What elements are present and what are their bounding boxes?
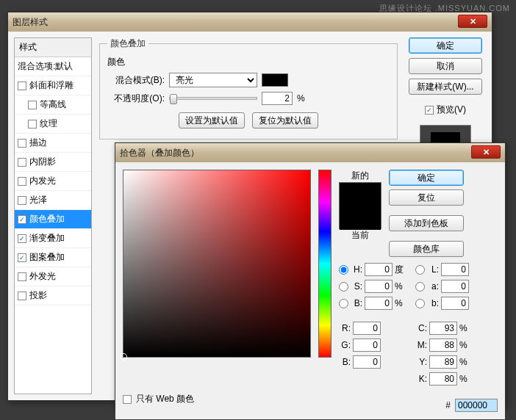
style-label: 渐变叠加 [29,232,65,245]
preview-checkbox[interactable] [425,106,434,115]
style-item-3[interactable]: 描边 [15,134,91,153]
color-lib-button[interactable]: 颜色库 [389,241,464,257]
k-input[interactable] [429,372,457,385]
style-checkbox[interactable] [18,139,26,148]
style-item-2[interactable]: 纹理 [15,115,91,134]
lab-cmyk-column: L: a: b: C:% M:% Y:% K:% [415,263,470,385]
style-checkbox[interactable] [18,215,26,224]
reset-default-button[interactable]: 复位为默认值 [252,112,318,128]
opacity-input[interactable] [262,92,293,105]
color-cursor-icon[interactable] [120,353,127,361]
blend-mode-select[interactable]: 亮光 [169,73,257,87]
h-input[interactable] [365,263,393,276]
l-radio[interactable] [415,265,425,275]
bv-input[interactable] [365,297,393,310]
a-input[interactable] [441,280,469,293]
color-picker-titlebar[interactable]: 拾色器（叠加颜色） ✕ [115,143,505,162]
panel-sub: 颜色 [107,56,390,68]
style-checkbox[interactable] [28,101,37,109]
l-input[interactable] [441,263,469,276]
c-input[interactable] [429,322,457,335]
style-checkbox[interactable] [18,234,26,243]
style-item-11[interactable]: 投影 [15,286,91,305]
a-radio[interactable] [415,282,425,292]
layer-styles-title: 图层样式 [12,16,48,29]
s-input[interactable] [365,280,393,293]
style-checkbox[interactable] [18,272,26,281]
style-checkbox[interactable] [18,177,26,186]
panel-title: 颜色叠加 [107,37,148,50]
slider-thumb[interactable] [170,94,177,104]
style-label: 颜色叠加 [29,213,65,225]
style-checkbox[interactable] [28,120,37,128]
current-label: 当前 [351,229,369,242]
styles-header: 样式 [15,38,91,57]
only-web-checkbox[interactable] [123,395,132,404]
style-item-1[interactable]: 等高线 [15,95,91,115]
set-default-button[interactable]: 设置为默认值 [179,112,245,128]
style-label: 内发光 [29,175,56,187]
color-picker-window: 拾色器（叠加颜色） ✕ 新的 当前 确定 复位 添加到色板 颜色库 [115,142,506,408]
new-label: 新的 [351,170,369,182]
style-label: 光泽 [29,194,47,206]
blend-defaults-row[interactable]: 混合选项:默认 [15,57,91,76]
new-style-button[interactable]: 新建样式(W)... [409,79,482,95]
style-label: 描边 [29,137,47,149]
style-checkbox[interactable] [18,196,26,205]
color-overlay-group: 颜色叠加 颜色 混合模式(B): 亮光 不透明度(O): % 设置为默认值 复位… [99,37,398,140]
blend-mode-label: 混合模式(B): [107,74,165,87]
y-input[interactable] [429,355,457,369]
m-input[interactable] [429,338,457,352]
s-radio[interactable] [339,282,348,292]
cancel-button[interactable]: 取消 [409,58,482,74]
h-radio[interactable] [339,265,348,275]
ok-button[interactable]: 确定 [409,37,482,54]
bc-input[interactable] [353,355,381,369]
color-swatch[interactable] [262,73,288,87]
style-item-7[interactable]: 颜色叠加 [15,210,91,229]
close-icon[interactable]: ✕ [458,15,487,28]
style-label: 纹理 [40,117,57,130]
hex-label: # [445,400,451,410]
r-input[interactable] [353,322,381,335]
style-label: 内阴影 [29,156,56,168]
style-label: 斜面和浮雕 [29,79,74,92]
bv-radio[interactable] [339,299,348,308]
opacity-slider[interactable] [169,97,257,100]
new-current-preview: 新的 当前 [339,170,381,257]
style-label: 图案叠加 [29,251,65,264]
style-label: 投影 [29,289,47,302]
style-checkbox[interactable] [18,253,26,262]
style-label: 外发光 [29,270,56,283]
add-swatch-button[interactable]: 添加到色板 [389,215,464,231]
hue-slider[interactable] [318,170,332,358]
close-icon[interactable]: ✕ [471,145,501,159]
b-input[interactable] [441,297,469,310]
opacity-label: 不透明度(O): [107,93,165,105]
opacity-unit: % [297,93,305,104]
hsb-column: H:度 S:% B:% R: G: B: [339,263,405,385]
picker-reset-button[interactable]: 复位 [389,189,464,206]
style-item-6[interactable]: 光泽 [15,191,91,210]
style-item-8[interactable]: 渐变叠加 [15,229,91,248]
styles-list: 样式 混合选项:默认 斜面和浮雕等高线纹理描边内阴影内发光光泽颜色叠加渐变叠加图… [14,37,92,394]
picker-ok-button[interactable]: 确定 [389,170,464,186]
current-color-swatch [340,206,381,230]
style-item-10[interactable]: 外发光 [15,267,91,286]
style-checkbox[interactable] [18,292,26,300]
new-color-swatch [340,183,381,206]
style-item-5[interactable]: 内发光 [15,172,91,191]
style-checkbox[interactable] [18,158,26,167]
only-web-label: 只有 Web 颜色 [136,393,194,405]
style-label: 等高线 [40,98,66,111]
g-input[interactable] [353,338,381,352]
layer-styles-titlebar[interactable]: 图层样式 ✕ [8,12,492,32]
style-item-0[interactable]: 斜面和浮雕 [15,76,91,95]
color-picker-title: 拾色器（叠加颜色） [120,147,199,159]
b-radio[interactable] [415,299,425,308]
style-item-9[interactable]: 图案叠加 [15,248,91,267]
hex-input[interactable] [455,399,498,412]
style-item-4[interactable]: 内阴影 [15,153,91,172]
saturation-brightness-field[interactable] [123,170,311,358]
style-checkbox[interactable] [18,82,26,90]
